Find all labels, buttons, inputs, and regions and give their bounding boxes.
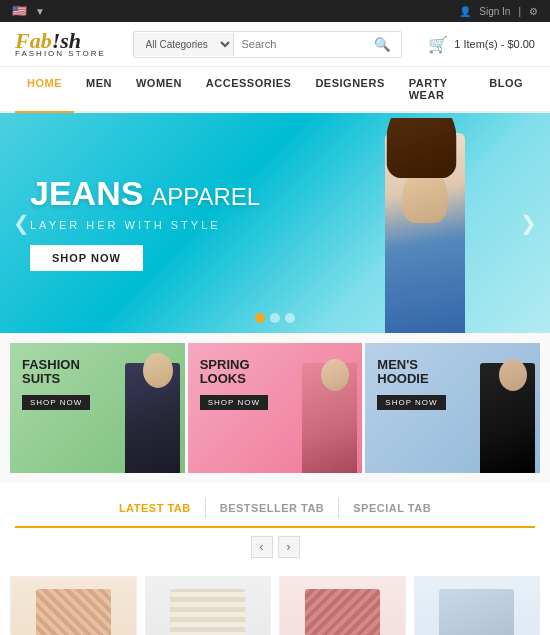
promo-hoodie-label2: HOODIE [377,372,445,386]
product-grid: Crossed Shirt - Beluges ★★★★☆ $241.99 Fa… [0,566,550,635]
promo-card-spring[interactable]: SPRING LOOKS SHOP NOW [188,343,363,473]
hero-dot-1[interactable] [255,313,265,323]
logo[interactable]: Fab!sh FASHION STORE [15,30,106,58]
hero-title: JEANS APPAREL [30,175,260,212]
product-figure-4 [439,589,514,635]
nav-item-home[interactable]: HOME [15,67,74,113]
settings-icon[interactable]: ⚙ [529,6,538,17]
signin-link[interactable]: Sign In [479,6,510,17]
tab-prev-button[interactable]: ‹ [251,536,273,558]
hero-content: JEANS APPAREL LAYER HER WITH STYLE SHOP … [0,155,290,290]
hero-dot-2[interactable] [270,313,280,323]
nav-item-partywear[interactable]: PARTY WEAR [397,67,478,111]
cart-label: 1 Item(s) - $0.00 [454,38,535,50]
nav-item-designers[interactable]: DESIGNERS [303,67,396,111]
product-card-3[interactable]: Vestibulum ut nulla ★★★☆☆ $122.00 [279,576,406,635]
hero-subtitle: LAYER HER WITH STYLE [30,219,260,231]
flag-icon: 🇺🇸 [12,4,27,18]
product-img-4 [415,577,540,635]
product-img-1 [11,577,136,635]
hero-dots [255,313,295,323]
promo-spring-shop[interactable]: SHOP NOW [200,395,268,410]
logo-subtitle: FASHION STORE [15,49,106,58]
product-figure-1 [36,589,111,635]
hero-model [350,118,500,333]
product-figure-2 [170,589,245,635]
promo-suits-label2: SUITS [22,372,90,386]
cart-icon: 🛒 [428,35,448,54]
promo-card-suits[interactable]: FASHION SUITS SHOP NOW [10,343,185,473]
hero-title-main: JEANS [30,174,143,212]
hero-hair [387,118,457,178]
top-bar: 🇺🇸 ▼ 👤 Sign In | ⚙ [0,0,550,22]
promo-suits-label1: FASHION [22,358,90,372]
category-select[interactable]: All Categories Men Women Accessories [134,33,234,56]
hero-dot-3[interactable] [285,313,295,323]
header: Fab!sh FASHION STORE All Categories Men … [0,22,550,67]
product-figure-3 [305,589,380,635]
nav-item-men[interactable]: MEN [74,67,124,111]
tabs-header: LATEST TAB BESTSELLER TAB SPECIAL TAB [15,498,535,528]
hero-next-button[interactable]: ❯ [512,203,545,243]
product-card-4[interactable]: youthful ★★★★☆ $1,202.00 [414,576,541,635]
promo-card-hoodie[interactable]: MEN'S HOODIE SHOP NOW [365,343,540,473]
tab-next-button[interactable]: › [278,536,300,558]
promo-spring-label1: SPRING [200,358,268,372]
product-card-1[interactable]: Crossed Shirt - Beluges ★★★★☆ $241.99 [10,576,137,635]
promo-suits-figure [115,353,185,473]
promo-grid: FASHION SUITS SHOP NOW SPRING LOOKS SHOP… [0,333,550,483]
promo-hoodie-shop[interactable]: SHOP NOW [377,395,445,410]
top-bar-right: 👤 Sign In | ⚙ [459,6,538,17]
promo-hoodie-text: MEN'S HOODIE SHOP NOW [377,358,445,410]
promo-suits-text: FASHION SUITS SHOP NOW [22,358,90,410]
tab-nav: ‹ › [15,536,535,558]
promo-hoodie-label1: MEN'S [377,358,445,372]
product-img-2 [146,577,271,635]
hero-title-sub: APPAREL [151,183,260,210]
main-nav: HOME MEN WOMEN ACCESSORIES DESIGNERS PAR… [0,67,550,113]
top-bar-left: 🇺🇸 ▼ [12,4,45,18]
promo-spring-text: SPRING LOOKS SHOP NOW [200,358,268,410]
promo-spring-figure [292,353,362,473]
hero-cta-button[interactable]: SHOP NOW [30,245,143,271]
currency-selector[interactable]: ▼ [35,6,45,17]
tab-special[interactable]: SPECIAL TAB [339,498,445,518]
nav-item-women[interactable]: WOMEN [124,67,194,111]
cart-area[interactable]: 🛒 1 Item(s) - $0.00 [428,35,535,54]
promo-spring-label2: LOOKS [200,372,268,386]
search-bar: All Categories Men Women Accessories 🔍 [133,31,402,58]
nav-item-blog[interactable]: BLOG [477,67,535,111]
product-img-3 [280,577,405,635]
nav-item-accessories[interactable]: ACCESSORIES [194,67,304,111]
product-card-2[interactable]: Fauravel Shirt - Oldss ★★★★☆ $122.00 [145,576,272,635]
user-icon: 👤 [459,6,471,17]
tabs-section: LATEST TAB BESTSELLER TAB SPECIAL TAB ‹ … [0,483,550,566]
hero-slider: ❮ JEANS APPAREL LAYER HER WITH STYLE SHO… [0,113,550,333]
separator: | [518,6,521,17]
promo-hoodie-figure [470,353,540,473]
tab-latest[interactable]: LATEST TAB [105,498,206,518]
tab-bestseller[interactable]: BESTSELLER TAB [206,498,340,518]
search-button[interactable]: 🔍 [364,32,401,57]
promo-suits-shop[interactable]: SHOP NOW [22,395,90,410]
search-input[interactable] [234,33,364,55]
hero-prev-button[interactable]: ❮ [5,203,38,243]
